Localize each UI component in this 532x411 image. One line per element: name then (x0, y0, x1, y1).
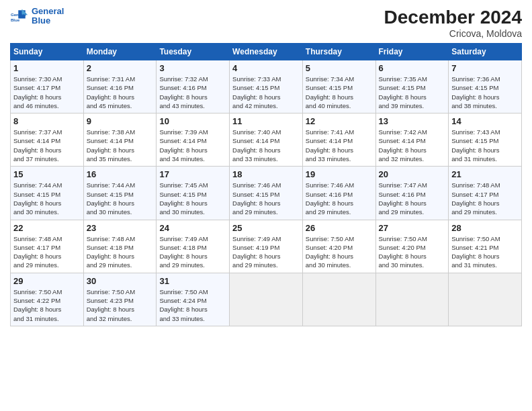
day-number: 12 (306, 116, 373, 126)
page-container: General Blue GeneralBlue December 2024 C… (0, 0, 532, 333)
table-row: 19Sunrise: 7:46 AMSunset: 4:16 PMDayligh… (302, 167, 375, 220)
table-row: 4Sunrise: 7:33 AMSunset: 4:15 PMDaylight… (230, 60, 303, 113)
table-row: 16Sunrise: 7:44 AMSunset: 4:15 PMDayligh… (83, 167, 157, 220)
day-number: 25 (232, 223, 300, 233)
table-row (230, 273, 303, 326)
table-row (375, 273, 449, 326)
table-row: 31Sunrise: 7:50 AMSunset: 4:24 PMDayligh… (157, 273, 230, 326)
table-row: 13Sunrise: 7:42 AMSunset: 4:14 PMDayligh… (375, 113, 449, 167)
table-row: 24Sunrise: 7:49 AMSunset: 4:18 PMDayligh… (157, 220, 230, 273)
calendar-week-row: 22Sunrise: 7:48 AMSunset: 4:17 PMDayligh… (11, 220, 522, 273)
day-info: Sunrise: 7:39 AMSunset: 4:14 PMDaylight:… (159, 128, 208, 163)
day-number: 1 (13, 63, 81, 73)
header-sunday: Sunday (11, 44, 84, 60)
header-saturday: Saturday (449, 44, 522, 60)
table-row: 7Sunrise: 7:36 AMSunset: 4:15 PMDaylight… (449, 60, 522, 113)
main-title: December 2024 (384, 7, 522, 28)
table-row: 21Sunrise: 7:48 AMSunset: 4:17 PMDayligh… (449, 167, 522, 220)
day-info: Sunrise: 7:47 AMSunset: 4:16 PMDaylight:… (379, 181, 427, 216)
table-row (449, 273, 522, 326)
table-row: 2Sunrise: 7:31 AMSunset: 4:16 PMDaylight… (83, 60, 157, 113)
day-info: Sunrise: 7:42 AMSunset: 4:14 PMDaylight:… (379, 128, 427, 163)
day-info: Sunrise: 7:50 AMSunset: 4:21 PMDaylight:… (451, 235, 500, 269)
day-info: Sunrise: 7:38 AMSunset: 4:14 PMDaylight:… (87, 128, 135, 163)
day-info: Sunrise: 7:50 AMSunset: 4:22 PMDaylight:… (13, 288, 62, 322)
day-info: Sunrise: 7:41 AMSunset: 4:14 PMDaylight:… (306, 128, 354, 163)
table-row: 29Sunrise: 7:50 AMSunset: 4:22 PMDayligh… (11, 273, 84, 326)
subtitle: Cricova, Moldova (384, 28, 522, 39)
table-row: 5Sunrise: 7:34 AMSunset: 4:15 PMDaylight… (302, 60, 375, 113)
table-row: 14Sunrise: 7:43 AMSunset: 4:15 PMDayligh… (449, 113, 522, 167)
day-info: Sunrise: 7:49 AMSunset: 4:19 PMDaylight:… (232, 235, 281, 269)
table-row: 20Sunrise: 7:47 AMSunset: 4:16 PMDayligh… (375, 167, 449, 220)
day-info: Sunrise: 7:45 AMSunset: 4:15 PMDaylight:… (159, 181, 208, 216)
svg-text:General: General (11, 12, 26, 17)
table-row: 12Sunrise: 7:41 AMSunset: 4:14 PMDayligh… (302, 113, 375, 167)
svg-text:Blue: Blue (11, 17, 20, 22)
day-info: Sunrise: 7:46 AMSunset: 4:16 PMDaylight:… (306, 181, 354, 216)
day-number: 6 (379, 63, 446, 73)
day-info: Sunrise: 7:43 AMSunset: 4:15 PMDaylight:… (451, 128, 500, 163)
calendar-body: 1Sunrise: 7:30 AMSunset: 4:17 PMDaylight… (11, 60, 522, 326)
header-wednesday: Wednesday (230, 44, 303, 60)
day-number: 29 (13, 276, 81, 286)
calendar-week-row: 15Sunrise: 7:44 AMSunset: 4:15 PMDayligh… (11, 167, 522, 220)
header-friday: Friday (375, 44, 449, 60)
table-row: 11Sunrise: 7:40 AMSunset: 4:14 PMDayligh… (230, 113, 303, 167)
table-row: 30Sunrise: 7:50 AMSunset: 4:23 PMDayligh… (83, 273, 157, 326)
table-row: 10Sunrise: 7:39 AMSunset: 4:14 PMDayligh… (157, 113, 230, 167)
weekday-header-row: Sunday Monday Tuesday Wednesday Thursday… (11, 44, 522, 60)
header: General Blue GeneralBlue December 2024 C… (10, 7, 522, 39)
table-row: 26Sunrise: 7:50 AMSunset: 4:20 PMDayligh… (302, 220, 375, 273)
day-number: 13 (379, 116, 446, 126)
title-block: December 2024 Cricova, Moldova (384, 7, 522, 39)
day-number: 30 (87, 276, 154, 286)
day-number: 15 (13, 169, 81, 179)
day-number: 23 (87, 223, 154, 233)
day-number: 14 (451, 116, 519, 126)
table-row: 15Sunrise: 7:44 AMSunset: 4:15 PMDayligh… (11, 167, 84, 220)
day-number: 31 (159, 276, 226, 286)
day-number: 16 (87, 169, 154, 179)
day-number: 7 (451, 63, 519, 73)
table-row: 9Sunrise: 7:38 AMSunset: 4:14 PMDaylight… (83, 113, 157, 167)
day-info: Sunrise: 7:44 AMSunset: 4:15 PMDaylight:… (87, 181, 135, 216)
header-tuesday: Tuesday (157, 44, 230, 60)
day-info: Sunrise: 7:31 AMSunset: 4:16 PMDaylight:… (87, 75, 135, 109)
day-number: 9 (87, 116, 154, 126)
day-info: Sunrise: 7:44 AMSunset: 4:15 PMDaylight:… (13, 181, 62, 216)
table-row: 1Sunrise: 7:30 AMSunset: 4:17 PMDaylight… (11, 60, 84, 113)
day-info: Sunrise: 7:37 AMSunset: 4:14 PMDaylight:… (13, 128, 62, 163)
day-info: Sunrise: 7:40 AMSunset: 4:14 PMDaylight:… (232, 128, 281, 163)
day-info: Sunrise: 7:50 AMSunset: 4:23 PMDaylight:… (87, 288, 135, 322)
day-info: Sunrise: 7:35 AMSunset: 4:15 PMDaylight:… (379, 75, 427, 109)
day-number: 17 (159, 169, 226, 179)
header-monday: Monday (83, 44, 157, 60)
day-info: Sunrise: 7:50 AMSunset: 4:20 PMDaylight:… (306, 235, 354, 269)
calendar-table: Sunday Monday Tuesday Wednesday Thursday… (10, 43, 522, 326)
table-row: 18Sunrise: 7:46 AMSunset: 4:15 PMDayligh… (230, 167, 303, 220)
day-info: Sunrise: 7:50 AMSunset: 4:20 PMDaylight:… (379, 235, 427, 269)
day-number: 18 (232, 169, 300, 179)
table-row: 6Sunrise: 7:35 AMSunset: 4:15 PMDaylight… (375, 60, 449, 113)
day-number: 22 (13, 223, 81, 233)
day-number: 26 (306, 223, 373, 233)
table-row: 25Sunrise: 7:49 AMSunset: 4:19 PMDayligh… (230, 220, 303, 273)
day-number: 27 (379, 223, 446, 233)
day-number: 2 (87, 63, 154, 73)
table-row: 27Sunrise: 7:50 AMSunset: 4:20 PMDayligh… (375, 220, 449, 273)
calendar-week-row: 29Sunrise: 7:50 AMSunset: 4:22 PMDayligh… (11, 273, 522, 326)
day-info: Sunrise: 7:48 AMSunset: 4:17 PMDaylight:… (13, 235, 62, 269)
table-row: 22Sunrise: 7:48 AMSunset: 4:17 PMDayligh… (11, 220, 84, 273)
logo-icon: General Blue (10, 7, 29, 26)
table-row: 3Sunrise: 7:32 AMSunset: 4:16 PMDaylight… (157, 60, 230, 113)
day-info: Sunrise: 7:32 AMSunset: 4:16 PMDaylight:… (159, 75, 208, 109)
day-info: Sunrise: 7:49 AMSunset: 4:18 PMDaylight:… (159, 235, 208, 269)
day-number: 20 (379, 169, 446, 179)
day-number: 28 (451, 223, 519, 233)
day-info: Sunrise: 7:50 AMSunset: 4:24 PMDaylight:… (159, 288, 208, 322)
table-row (302, 273, 375, 326)
logo: General Blue GeneralBlue (10, 7, 64, 26)
day-info: Sunrise: 7:33 AMSunset: 4:15 PMDaylight:… (232, 75, 281, 109)
header-thursday: Thursday (302, 44, 375, 60)
